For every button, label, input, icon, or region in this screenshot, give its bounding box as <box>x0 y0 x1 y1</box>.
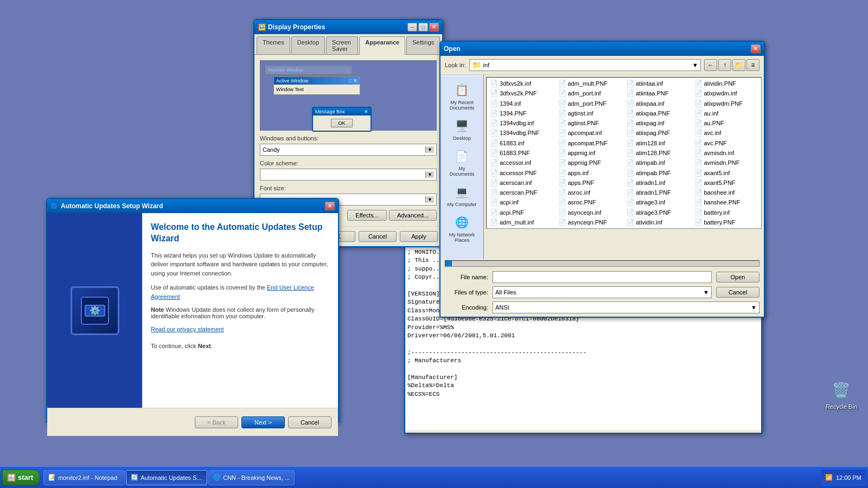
file-item[interactable]: 📄atiixpag.inf <box>624 118 692 128</box>
file-item[interactable]: 📄adm_port.PNF <box>556 99 624 108</box>
file-item[interactable]: 📄acerscan.PNF <box>488 188 556 197</box>
windows-buttons-dropdown[interactable]: Candy ▼ <box>260 144 437 156</box>
file-item[interactable]: 📄atiintaa.PNF <box>624 88 692 98</box>
file-item[interactable]: 📄atimpab.PNF <box>624 168 692 177</box>
cancel-button-wizard[interactable]: Cancel <box>288 416 331 428</box>
file-item[interactable]: 📄atimpab.inf <box>624 158 692 168</box>
wizard-privacy-link[interactable]: Read our privacy statement <box>151 326 224 332</box>
new-folder-button[interactable]: 📁 <box>732 59 745 71</box>
file-item[interactable]: 📄acpi.inf <box>488 197 556 207</box>
file-item[interactable]: 📄acpi.PNF <box>488 207 556 217</box>
tab-appearance[interactable]: Appearance <box>359 36 405 55</box>
file-item[interactable]: 📄asroc.inf <box>556 188 624 197</box>
file-item[interactable]: 📄apps.inf <box>556 168 624 177</box>
minimize-button[interactable]: ─ <box>407 23 417 31</box>
sidebar-recent-docs[interactable]: 📋 My RecentDocuments <box>444 79 481 113</box>
tab-screensaver[interactable]: Screen Saver <box>326 36 358 54</box>
file-item[interactable]: 📄atividin.inf <box>624 217 692 227</box>
file-item[interactable]: 📄agtinst.inf <box>556 108 624 118</box>
next-button[interactable]: Next > <box>241 416 285 428</box>
file-item[interactable]: 📄acerscan.inf <box>488 178 556 188</box>
file-item[interactable]: 📄atiintaa.inf <box>624 79 692 88</box>
filename-input[interactable] <box>493 271 712 283</box>
view-button[interactable]: ≡ <box>746 59 760 71</box>
sidebar-desktop[interactable]: 🖥️ Desktop <box>444 115 481 143</box>
filename-textbox[interactable] <box>495 274 709 280</box>
tab-desktop[interactable]: Desktop <box>291 36 325 54</box>
file-item[interactable]: 📄apps.PNF <box>556 178 624 188</box>
maximize-button[interactable]: □ <box>418 23 428 31</box>
tab-themes[interactable]: Themes <box>257 36 290 54</box>
file-item[interactable]: 📄avc.PNF <box>692 138 761 148</box>
file-item[interactable]: 📄1394.inf <box>488 99 556 108</box>
file-item[interactable]: 📄atim128.inf <box>624 138 692 148</box>
nav-back-button[interactable]: ← <box>704 59 717 71</box>
file-item[interactable]: 📄adm_mult.PNF <box>556 79 624 88</box>
file-item[interactable]: 📄accessor.PNF <box>488 168 556 177</box>
file-item[interactable]: 📄battery.inf <box>692 207 761 217</box>
file-item[interactable]: 📄atirage3.inf <box>624 197 692 207</box>
file-item[interactable]: 📄3dfxvs2k.inf <box>488 79 556 88</box>
file-item[interactable]: 📄axant5.inf <box>692 168 761 177</box>
wizard-close[interactable]: ✕ <box>325 202 335 210</box>
close-button[interactable]: ✕ <box>429 23 439 31</box>
apply-button[interactable]: Apply <box>400 231 438 242</box>
sidebar-my-computer[interactable]: 💻 My Computer <box>444 181 481 209</box>
file-item[interactable]: 📄atiradn1.inf <box>624 178 692 188</box>
file-item[interactable]: 📄banshee.inf <box>692 188 761 197</box>
file-item[interactable]: 📄avc.inf <box>692 128 761 138</box>
file-item[interactable]: 📄atixpwdm.PNF <box>692 99 761 108</box>
start-button[interactable]: 🪟 start <box>2 470 40 486</box>
color-scheme-dropdown[interactable]: ▼ <box>260 169 437 181</box>
file-item[interactable]: 📄1394vdbg.PNF <box>488 128 556 138</box>
file-item[interactable]: 📄atiradn1.PNF <box>624 188 692 197</box>
file-item[interactable]: 📄au.inf <box>692 108 761 118</box>
file-item[interactable]: 📄61883.PNF <box>488 148 556 158</box>
nav-up-button[interactable]: ↑ <box>718 59 731 71</box>
file-item[interactable]: 📄atiixpag.PNF <box>624 128 692 138</box>
file-item[interactable]: 📄atiixpaa.PNF <box>624 108 692 118</box>
file-item[interactable]: 📄atiixpaa.inf <box>624 99 692 108</box>
taskbar-item-notepad[interactable]: 📝 monitor2.inf - Notepad <box>43 470 125 485</box>
file-item[interactable]: 📄accessor.inf <box>488 158 556 168</box>
file-item[interactable]: 📄asroc.PNF <box>556 197 624 207</box>
file-item[interactable]: 📄adm_mult.inf <box>488 217 556 227</box>
file-item[interactable]: 📄asynceqn.inf <box>556 207 624 217</box>
file-item[interactable]: 📄apcompat.PNF <box>556 138 624 148</box>
file-item[interactable]: 📄asynceqn.PNF <box>556 217 624 227</box>
back-button[interactable]: < Back <box>195 416 238 428</box>
file-item[interactable]: 📄banshee.PNF <box>692 197 761 207</box>
file-item[interactable]: 📄1394vdbg.inf <box>488 118 556 128</box>
taskbar-item-cnn[interactable]: 🌐 CNN - Breaking News, ... <box>208 470 295 485</box>
sidebar-documents[interactable]: 📄 My Documents <box>444 145 481 179</box>
file-item[interactable]: 📄battery.PNF <box>692 217 761 227</box>
tab-settings[interactable]: Settings <box>406 36 440 54</box>
recycle-bin-icon[interactable]: 🗑️ Recycle Bin <box>826 380 857 410</box>
file-item[interactable]: 📄appmig.PNF <box>556 158 624 168</box>
file-item[interactable]: 📄3dfxvs2k.PNF <box>488 88 556 98</box>
file-item[interactable]: 📄atividin.PNF <box>692 79 761 88</box>
file-item[interactable]: 📄avmisdn.PNF <box>692 158 761 168</box>
file-item[interactable]: 📄adm_port.inf <box>556 88 624 98</box>
cancel-button-open[interactable]: Cancel <box>716 287 760 298</box>
encoding-select[interactable]: ANSI ▼ <box>493 301 760 313</box>
file-item[interactable]: 📄61883.inf <box>488 138 556 148</box>
file-item[interactable]: 📄avmisdn.inf <box>692 148 761 158</box>
sidebar-network[interactable]: 🌐 My Network Places <box>444 211 481 245</box>
taskbar-item-wizard[interactable]: 🔄 Automatic Updates S... <box>126 470 207 485</box>
file-item[interactable]: 📄au.PNF <box>692 118 761 128</box>
filetype-select[interactable]: All Files ▼ <box>493 286 712 298</box>
file-item[interactable]: 📄atim128.PNF <box>624 148 692 158</box>
file-item[interactable]: 📄appmig.inf <box>556 148 624 158</box>
open-button[interactable]: Open <box>716 272 760 282</box>
file-item[interactable]: 📄apcompat.inf <box>556 128 624 138</box>
effects-button[interactable]: Effects... <box>347 210 387 221</box>
file-item[interactable]: 📄agtinst.PNF <box>556 118 624 128</box>
file-item[interactable]: 📄axant5.PNF <box>692 178 761 188</box>
file-item[interactable]: 📄atirage3.PNF <box>624 207 692 217</box>
advanced-button[interactable]: Advanced... <box>389 210 437 221</box>
look-in-combo[interactable]: 📁 inf ▼ <box>469 59 701 71</box>
file-item[interactable]: 📄atixpwdm.inf <box>692 88 761 98</box>
file-item[interactable]: 📄1394.PNF <box>488 108 556 118</box>
cancel-button[interactable]: Cancel <box>359 231 397 242</box>
